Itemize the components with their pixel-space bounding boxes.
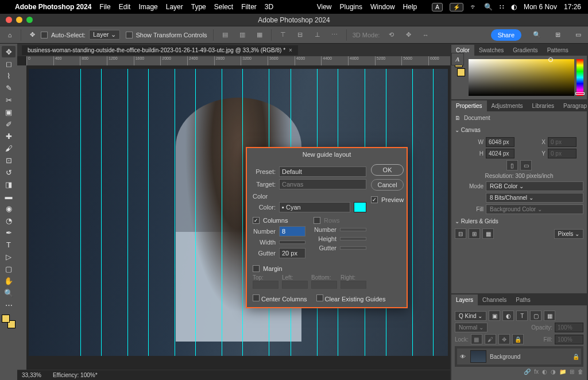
- frame-tool[interactable]: ▣: [2, 106, 16, 118]
- rows-checkbox[interactable]: [314, 217, 320, 224]
- layer-name[interactable]: Background: [490, 354, 520, 360]
- tab-channels[interactable]: Channels: [478, 294, 511, 305]
- guide-vertical[interactable]: [195, 69, 196, 356]
- filter-pixel-icon[interactable]: ▣: [489, 311, 500, 321]
- tab-swatches[interactable]: Swatches: [474, 45, 508, 56]
- guide-vertical[interactable]: [80, 69, 81, 356]
- align-left-icon[interactable]: ▤: [219, 30, 231, 40]
- hand-tool[interactable]: ✋: [2, 275, 16, 286]
- link-layers-icon[interactable]: 🔗: [524, 369, 531, 375]
- color-dropdown[interactable]: ▪ Cyan: [279, 202, 350, 212]
- guide-vertical[interactable]: [175, 69, 175, 356]
- align-right-icon[interactable]: ▦: [254, 30, 265, 40]
- ruler-icon[interactable]: ⊟: [455, 228, 466, 239]
- layer-filter-dropdown[interactable]: Q Kind ⌄: [455, 311, 486, 321]
- fill-dropdown[interactable]: Background Color ⌄: [486, 204, 583, 214]
- control-center-icon[interactable]: ∷: [500, 3, 504, 11]
- menu-edit[interactable]: Edit: [119, 3, 131, 11]
- lock-transparency-icon[interactable]: ▦: [471, 334, 482, 344]
- tab-patterns[interactable]: Patterns: [543, 45, 573, 56]
- rulers-section[interactable]: Rulers & Grids: [455, 216, 583, 227]
- tab-libraries[interactable]: Libraries: [528, 100, 559, 111]
- align-hcenter-icon[interactable]: ▥: [237, 30, 248, 40]
- layer-fill-value[interactable]: 100%: [555, 335, 583, 344]
- target-dropdown[interactable]: Canvas: [279, 179, 366, 189]
- menu-view[interactable]: View: [317, 3, 332, 11]
- menu-layer[interactable]: Layer: [166, 3, 183, 11]
- fg-color-swatch[interactable]: [2, 315, 10, 323]
- spotlight-icon[interactable]: 🔍: [484, 3, 493, 11]
- fg-bg-swatches[interactable]: [2, 315, 16, 328]
- color-field[interactable]: [469, 59, 574, 96]
- align-vcenter-icon[interactable]: ⊟: [295, 30, 306, 40]
- tab-gradients[interactable]: Gradients: [508, 45, 542, 56]
- menu-filter[interactable]: Filter: [241, 3, 257, 11]
- bits-dropdown[interactable]: 8 Bits/Channel ⌄: [486, 193, 583, 203]
- visibility-icon[interactable]: 👁: [459, 354, 467, 360]
- siri-icon[interactable]: ◐: [511, 3, 517, 11]
- panel-bg-swatch[interactable]: [457, 68, 465, 76]
- preset-dropdown[interactable]: Default: [279, 166, 366, 177]
- guides-icon[interactable]: ▦: [482, 228, 494, 239]
- search-icon[interactable]: 🔍: [532, 30, 542, 40]
- lock-icon[interactable]: 🔒: [572, 354, 579, 360]
- new-layer-icon[interactable]: ⊞: [570, 369, 574, 375]
- menu-plugins[interactable]: Plugins: [340, 3, 362, 11]
- tab-paths[interactable]: Paths: [511, 294, 535, 305]
- margin-checkbox[interactable]: [253, 265, 260, 272]
- close-icon[interactable]: ×: [289, 47, 292, 53]
- eraser-tool[interactable]: ◨: [2, 179, 16, 190]
- filter-shape-icon[interactable]: ▢: [530, 311, 541, 321]
- opacity-value[interactable]: 100%: [555, 323, 583, 332]
- guide-vertical[interactable]: [148, 69, 149, 356]
- guide-vertical[interactable]: [242, 69, 243, 356]
- distribute-icon[interactable]: ⋯: [329, 30, 341, 40]
- tab-adjustments[interactable]: Adjustments: [487, 100, 528, 111]
- type-tool[interactable]: T: [2, 239, 16, 250]
- marquee-tool[interactable]: ◻: [2, 58, 16, 69]
- window-zoom-button[interactable]: [26, 17, 33, 23]
- center-columns-checkbox[interactable]: [253, 294, 260, 301]
- menu-image[interactable]: Image: [138, 3, 157, 11]
- zoom-level[interactable]: 33,33%: [22, 372, 41, 378]
- menubar-time[interactable]: 17:26: [564, 3, 581, 11]
- quick-select-tool[interactable]: ✎: [2, 82, 16, 94]
- auto-select-checkbox[interactable]: [41, 32, 48, 38]
- history-brush-tool[interactable]: ↺: [2, 166, 16, 178]
- window-close-button[interactable]: [6, 17, 12, 23]
- menu-help[interactable]: Help: [403, 3, 417, 11]
- glyphs-panel-icon[interactable]: A: [451, 53, 464, 65]
- clone-tool[interactable]: ⊡: [2, 154, 16, 166]
- dodge-tool[interactable]: ◔: [2, 215, 16, 226]
- new-group-icon[interactable]: 📁: [559, 369, 566, 375]
- menu-window[interactable]: Window: [370, 3, 395, 11]
- color-swatch[interactable]: [354, 202, 366, 212]
- guide-vertical[interactable]: [101, 69, 102, 356]
- status-accessibility[interactable]: A: [432, 3, 443, 11]
- guide-vertical[interactable]: [127, 69, 128, 356]
- shape-tool[interactable]: ▢: [2, 263, 16, 274]
- document-tab[interactable]: business-woman-standing-outside-the-offi…: [22, 45, 298, 55]
- hue-slider[interactable]: [577, 59, 583, 96]
- ruler-vertical[interactable]: [17, 65, 26, 370]
- x-value[interactable]: 0 px: [548, 137, 577, 147]
- new-adjustment-icon[interactable]: ◑: [551, 369, 556, 375]
- crop-tool[interactable]: ✂: [2, 94, 16, 106]
- menubar-date[interactable]: Mon 6 Nov: [524, 3, 557, 11]
- wifi-icon[interactable]: ᯤ: [470, 3, 477, 11]
- edit-toolbar[interactable]: ⋯: [2, 299, 16, 311]
- blur-tool[interactable]: ◉: [2, 203, 16, 214]
- y-value[interactable]: 0 px: [548, 149, 577, 158]
- auto-select-dropdown[interactable]: Layer ⌄: [89, 30, 120, 40]
- filter-type-icon[interactable]: T: [516, 311, 528, 321]
- align-top-icon[interactable]: ⊤: [277, 30, 289, 40]
- filter-smart-icon[interactable]: ▦: [544, 311, 555, 321]
- guide-vertical[interactable]: [433, 69, 434, 356]
- columns-width-input[interactable]: [279, 241, 305, 244]
- move-tool[interactable]: ✥: [2, 46, 16, 57]
- window-minimize-button[interactable]: [16, 17, 22, 23]
- show-transform-checkbox[interactable]: [126, 32, 133, 38]
- orientation-portrait-icon[interactable]: ▯: [506, 160, 518, 170]
- menu-file[interactable]: File: [99, 3, 110, 11]
- lock-all-icon[interactable]: 🔒: [512, 334, 524, 344]
